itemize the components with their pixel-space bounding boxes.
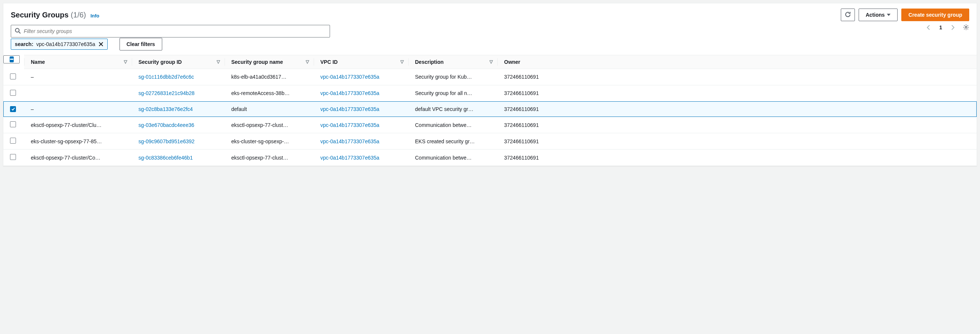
cell-name: eksctl-opsexp-77-cluster/Clu…: [24, 117, 132, 133]
cell-desc: EKS created security gr…: [408, 133, 498, 150]
cell-owner: 372466110691: [498, 69, 977, 85]
row-checkbox-cell: [3, 150, 24, 166]
row-checkbox[interactable]: [10, 106, 16, 112]
col-sgname-label: Security group name: [231, 59, 283, 65]
col-sgname[interactable]: Security group name: [224, 55, 314, 69]
row-checkbox-cell: [3, 85, 24, 101]
prev-page-button[interactable]: [926, 24, 932, 30]
sort-icon: [216, 60, 220, 64]
actions-button[interactable]: Actions: [859, 8, 897, 21]
svg-line-1: [19, 32, 21, 33]
cell-desc: Security group for Kub…: [408, 69, 498, 85]
cell-desc: default VPC security gr…: [408, 101, 498, 117]
table-row[interactable]: –sg-01c116dbb2d7e6c6ck8s-elb-a41a0cd3617…: [3, 69, 977, 85]
table-row[interactable]: sg-02726831e21c94b28eks-remoteAccess-38b…: [3, 85, 977, 101]
page-number: 1: [937, 24, 944, 30]
settings-button[interactable]: [963, 24, 969, 30]
select-all-checkbox[interactable]: [10, 56, 14, 62]
cell-sgid: sg-09c9607bd951e6392: [132, 133, 224, 150]
panel-header: Security Groups (1/6) Info Actions Creat…: [3, 3, 977, 23]
page-title: Security Groups: [11, 11, 69, 19]
sort-icon: [489, 60, 493, 64]
cell-name: –: [24, 69, 132, 85]
clear-filters-button[interactable]: Clear filters: [119, 38, 162, 51]
svg-point-0: [16, 28, 19, 32]
col-name-label: Name: [31, 59, 45, 65]
col-owner[interactable]: Owner: [498, 55, 977, 69]
search-icon: [15, 28, 21, 35]
vpc-link[interactable]: vpc-0a14b1773307e635a: [320, 74, 379, 80]
refresh-icon: [845, 11, 851, 19]
create-label: Create security group: [908, 12, 962, 18]
select-all-header: [3, 55, 20, 64]
vpc-link[interactable]: vpc-0a14b1773307e635a: [320, 106, 379, 112]
vpc-link[interactable]: vpc-0a14b1773307e635a: [320, 155, 379, 161]
sgid-link[interactable]: sg-0c83386ceb6fe46b1: [138, 155, 192, 161]
col-vpc[interactable]: VPC ID: [314, 55, 408, 69]
col-sgid-label: Security group ID: [138, 59, 182, 65]
sgid-link[interactable]: sg-02c8ba133e76e2fc4: [138, 106, 192, 112]
info-link[interactable]: Info: [91, 13, 100, 19]
cell-name: eksctl-opsexp-77-cluster/Co…: [24, 150, 132, 166]
cell-sgname: eks-cluster-sg-opsexp-…: [224, 133, 314, 150]
cell-owner: 372466110691: [498, 150, 977, 166]
chip-row: search: vpc-0a14b1773307e635a Clear filt…: [3, 37, 977, 55]
row-checkbox-cell: [3, 133, 24, 150]
col-desc[interactable]: Description: [408, 55, 498, 69]
table-row[interactable]: –sg-02c8ba133e76e2fc4defaultvpc-0a14b177…: [3, 101, 977, 117]
cell-sgname: eksctl-opsexp-77-clust…: [224, 117, 314, 133]
table-row[interactable]: eksctl-opsexp-77-cluster/Clu…sg-03e670ba…: [3, 117, 977, 133]
sgid-link[interactable]: sg-01c116dbb2d7e6c6c: [138, 74, 194, 80]
col-vpc-label: VPC ID: [320, 59, 338, 65]
row-checkbox[interactable]: [10, 90, 16, 96]
vpc-link[interactable]: vpc-0a14b1773307e635a: [320, 122, 379, 128]
cell-sgname: eksctl-opsexp-77-clust…: [224, 150, 314, 166]
cell-owner: 372466110691: [498, 85, 977, 101]
row-checkbox[interactable]: [10, 121, 16, 127]
chip-label: search:: [15, 41, 33, 47]
next-page-button[interactable]: [950, 24, 956, 30]
create-security-group-button[interactable]: Create security group: [901, 8, 969, 21]
vpc-link[interactable]: vpc-0a14b1773307e635a: [320, 90, 379, 96]
cell-desc: Communication betwe…: [408, 117, 498, 133]
cell-name: –: [24, 101, 132, 117]
chip-value: vpc-0a14b1773307e635a: [37, 41, 95, 47]
table-row[interactable]: eksctl-opsexp-77-cluster/Co…sg-0c83386ce…: [3, 150, 977, 166]
title-group: Security Groups (1/6) Info: [11, 11, 100, 19]
col-owner-label: Owner: [504, 59, 520, 65]
cell-sgid: sg-0c83386ceb6fe46b1: [132, 150, 224, 166]
col-name[interactable]: Name: [24, 55, 132, 69]
table-header-row: Name Security group ID Security group na…: [3, 55, 977, 69]
table-row[interactable]: eks-cluster-sg-opsexp-77-85…sg-09c9607bd…: [3, 133, 977, 150]
cell-desc: Security group for all n…: [408, 85, 498, 101]
chip-remove-button[interactable]: [99, 41, 103, 47]
filter-chip: search: vpc-0a14b1773307e635a: [11, 38, 108, 50]
actions-label: Actions: [865, 12, 885, 18]
header-actions: Actions Create security group: [841, 8, 969, 21]
vpc-link[interactable]: vpc-0a14b1773307e635a: [320, 138, 379, 144]
cell-vpc: vpc-0a14b1773307e635a: [314, 85, 408, 101]
sgid-link[interactable]: sg-09c9607bd951e6392: [138, 138, 194, 144]
svg-point-2: [965, 26, 967, 28]
sgid-link[interactable]: sg-02726831e21c94b28: [138, 90, 194, 96]
cell-name: eks-cluster-sg-opsexp-77-85…: [24, 133, 132, 150]
row-checkbox[interactable]: [10, 154, 16, 160]
cell-vpc: vpc-0a14b1773307e635a: [314, 101, 408, 117]
row-checkbox[interactable]: [10, 73, 16, 80]
row-checkbox-cell: [3, 69, 24, 85]
sort-icon: [400, 60, 404, 64]
cell-sgname: eks-remoteAccess-38b…: [224, 85, 314, 101]
sgid-link[interactable]: sg-03e670bacdc4eee36: [138, 122, 194, 128]
col-sgid[interactable]: Security group ID: [132, 55, 224, 69]
cell-vpc: vpc-0a14b1773307e635a: [314, 69, 408, 85]
cell-sgid: sg-02726831e21c94b28: [132, 85, 224, 101]
security-groups-table: Name Security group ID Security group na…: [3, 55, 977, 166]
cell-owner: 372466110691: [498, 117, 977, 133]
security-groups-panel: Security Groups (1/6) Info Actions Creat…: [3, 3, 977, 166]
row-checkbox[interactable]: [10, 138, 16, 144]
cell-owner: 372466110691: [498, 101, 977, 117]
cell-vpc: vpc-0a14b1773307e635a: [314, 117, 408, 133]
filter-input[interactable]: [24, 28, 326, 34]
col-desc-label: Description: [415, 59, 444, 65]
refresh-button[interactable]: [841, 8, 855, 21]
